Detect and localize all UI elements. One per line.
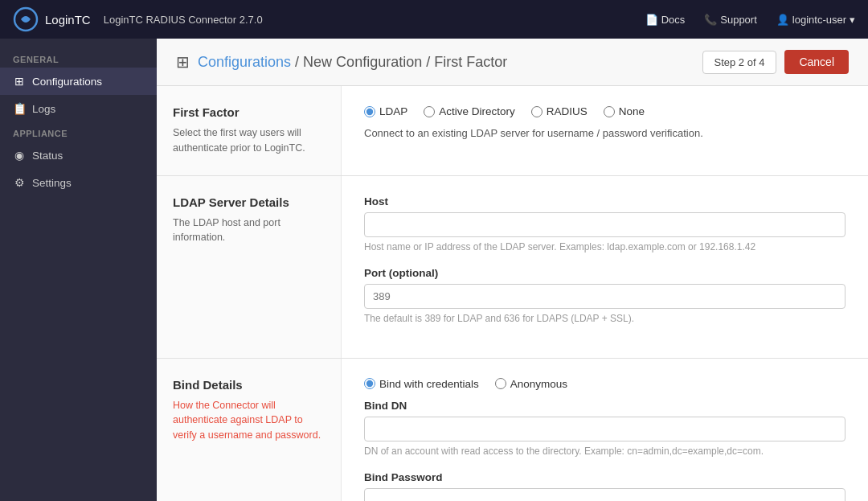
radio-bind-credentials-label: Bind with credentials	[379, 378, 479, 390]
radio-active-directory-input[interactable]	[424, 106, 435, 117]
cancel-button[interactable]: Cancel	[784, 50, 849, 74]
bind-password-input[interactable]	[364, 488, 845, 502]
logs-icon: 📋	[13, 102, 26, 115]
radio-bind-credentials-input[interactable]	[364, 378, 375, 389]
sidebar: GENERAL ⊞ Configurations 📋 Logs APPLIANC…	[0, 39, 157, 501]
chevron-down-icon: ▾	[850, 14, 855, 26]
radio-active-directory-label: Active Directory	[439, 105, 515, 117]
ldap-server-content: Host Host name or IP address of the LDAP…	[342, 176, 868, 358]
radio-anonymous-label: Anonymous	[510, 378, 567, 390]
sidebar-item-status-label: Status	[32, 150, 63, 162]
bind-password-label: Bind Password	[364, 471, 845, 483]
brand-name: LoginTC	[45, 13, 91, 27]
page-header-right: Step 2 of 4 Cancel	[702, 50, 849, 74]
bind-dn-label: Bind DN	[364, 400, 845, 412]
first-factor-sidebar: First Factor Select the first way users …	[157, 86, 342, 175]
breadcrumb-configurations-link[interactable]: Configurations	[198, 54, 291, 70]
user-icon: 👤	[776, 14, 789, 26]
status-icon: ◉	[13, 149, 26, 162]
logo-icon	[13, 6, 39, 32]
bind-details-sidebar: Bind Details How the Connector will auth…	[157, 359, 342, 502]
port-input[interactable]	[364, 284, 845, 309]
content-area: First Factor Select the first way users …	[157, 86, 868, 501]
navbar-right: 📄 Docs 📞 Support 👤 logintc-user ▾	[645, 14, 855, 26]
radio-radius-label: RADIUS	[547, 105, 588, 117]
first-factor-radio-group: LDAP Active Directory RADIUS None	[364, 105, 845, 117]
ldap-server-title: LDAP Server Details	[173, 195, 325, 209]
host-hint: Host name or IP address of the LDAP serv…	[364, 241, 845, 253]
radio-bind-credentials[interactable]: Bind with credentials	[364, 378, 479, 390]
sidebar-item-settings[interactable]: ⚙ Settings	[0, 169, 157, 196]
layout: GENERAL ⊞ Configurations 📋 Logs APPLIANC…	[0, 39, 868, 501]
user-menu[interactable]: 👤 logintc-user ▾	[776, 14, 855, 26]
first-factor-desc: Select the first way users will authenti…	[173, 125, 325, 156]
port-label: Port (optional)	[364, 267, 845, 279]
bind-dn-hint: DN of an account with read access to the…	[364, 446, 845, 457]
bind-details-section: Bind Details How the Connector will auth…	[157, 359, 868, 502]
settings-icon: ⚙	[13, 176, 26, 189]
bind-password-form-group: Bind Password	[364, 471, 845, 502]
appliance-section-label: APPLIANCE	[0, 122, 157, 142]
docs-link[interactable]: 📄 Docs	[645, 14, 686, 26]
breadcrumb-separator: /	[295, 54, 303, 70]
ldap-server-sidebar: LDAP Server Details The LDAP host and po…	[157, 176, 342, 358]
first-factor-title: First Factor	[173, 105, 325, 119]
radio-ldap-input[interactable]	[364, 106, 375, 117]
bind-details-desc: How the Connector will authenticate agai…	[173, 398, 325, 443]
bind-details-content: Bind with credentials Anonymous Bind DN …	[342, 359, 868, 502]
breadcrumb-current: New Configuration / First Factor	[303, 54, 507, 70]
sidebar-item-configurations-label: Configurations	[32, 76, 102, 88]
host-label: Host	[364, 195, 845, 207]
docs-icon: 📄	[645, 14, 658, 26]
page-header-icon: ⊞	[176, 52, 190, 72]
radio-none[interactable]: None	[604, 105, 645, 117]
sidebar-item-status[interactable]: ◉ Status	[0, 142, 157, 169]
bind-dn-input[interactable]	[364, 417, 845, 441]
support-link[interactable]: 📞 Support	[704, 14, 757, 26]
sidebar-item-configurations[interactable]: ⊞ Configurations	[0, 68, 157, 95]
navbar: LoginTC LoginTC RADIUS Connector 2.7.0 📄…	[0, 0, 868, 39]
radio-none-label: None	[619, 105, 645, 117]
brand: LoginTC	[13, 6, 91, 32]
sidebar-item-logs-label: Logs	[32, 103, 55, 115]
configurations-icon: ⊞	[13, 75, 26, 88]
support-icon: 📞	[704, 14, 717, 26]
bind-dn-form-group: Bind DN DN of an account with read acces…	[364, 400, 845, 457]
app-name: LoginTC RADIUS Connector 2.7.0	[104, 14, 263, 26]
host-form-group: Host Host name or IP address of the LDAP…	[364, 195, 845, 253]
first-factor-description: Connect to an existing LDAP server for u…	[364, 127, 845, 139]
page-header-left: ⊞ Configurations / New Configuration / F…	[176, 52, 507, 72]
first-factor-section: First Factor Select the first way users …	[157, 86, 868, 176]
radio-anonymous[interactable]: Anonymous	[495, 378, 567, 390]
radio-ldap-label: LDAP	[379, 105, 407, 117]
port-hint: The default is 389 for LDAP and 636 for …	[364, 313, 845, 324]
bind-radio-group: Bind with credentials Anonymous	[364, 378, 845, 390]
page-header: ⊞ Configurations / New Configuration / F…	[157, 39, 868, 86]
general-section-label: GENERAL	[0, 48, 157, 68]
radio-ldap[interactable]: LDAP	[364, 105, 407, 117]
radio-radius-input[interactable]	[531, 106, 542, 117]
radio-radius[interactable]: RADIUS	[531, 105, 588, 117]
breadcrumb: Configurations / New Configuration / Fir…	[198, 54, 507, 71]
ldap-server-section: LDAP Server Details The LDAP host and po…	[157, 176, 868, 359]
bind-details-title: Bind Details	[173, 378, 325, 392]
radio-active-directory[interactable]: Active Directory	[424, 105, 515, 117]
radio-none-input[interactable]	[604, 106, 615, 117]
ldap-server-desc: The LDAP host and port information.	[173, 216, 325, 246]
radio-anonymous-input[interactable]	[495, 378, 506, 389]
sidebar-item-settings-label: Settings	[32, 177, 72, 189]
host-input[interactable]	[364, 212, 845, 237]
main-content: ⊞ Configurations / New Configuration / F…	[157, 39, 868, 501]
first-factor-content: LDAP Active Directory RADIUS None	[342, 86, 868, 175]
port-form-group: Port (optional) The default is 389 for L…	[364, 267, 845, 324]
sidebar-item-logs[interactable]: 📋 Logs	[0, 95, 157, 122]
step-badge: Step 2 of 4	[702, 51, 777, 74]
